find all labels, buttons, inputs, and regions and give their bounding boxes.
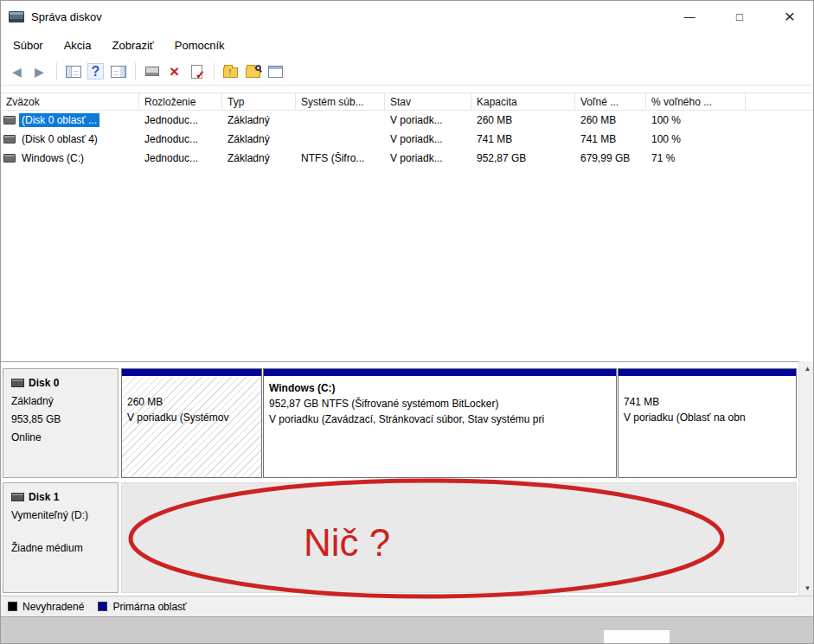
- disk0-label-panel[interactable]: Disk 0 Základný 953,85 GB Online: [3, 368, 119, 478]
- titlebar: Správa diskov — □ ×: [1, 1, 814, 32]
- app-icon: [9, 11, 24, 22]
- menu-help[interactable]: Pomocník: [164, 35, 235, 56]
- partition-status: V poriadku (Zavádzací, Stránkovací súbor…: [269, 411, 611, 427]
- cell-filesystem: NTFS (Šifro...: [296, 152, 385, 164]
- folder-up-icon[interactable]: ↑: [220, 61, 241, 81]
- partition-color-bar: [122, 369, 261, 377]
- forward-icon[interactable]: ▶: [29, 61, 50, 81]
- table-row[interactable]: (Disk 0 oblasť ... Jednoduc... Základný …: [1, 111, 814, 130]
- disk-management-window: Správa diskov — □ × Súbor Akcia Zobraziť…: [0, 0, 814, 644]
- cell-free: 741 MB: [575, 133, 646, 145]
- scroll-down-icon[interactable]: ▼: [799, 581, 814, 596]
- cell-free: 260 MB: [575, 114, 646, 126]
- volume-icon: [3, 135, 16, 143]
- minimize-button[interactable]: —: [664, 1, 715, 32]
- column-header-capacity[interactable]: Kapacita: [471, 93, 575, 110]
- disk0-row: Disk 0 Základný 953,85 GB Online 260 MB …: [3, 368, 797, 478]
- details-view-icon[interactable]: [265, 61, 286, 81]
- cell-status: V poriadk...: [385, 152, 471, 164]
- legend-bar: Nevyhradené Primárna oblasť: [1, 596, 814, 616]
- scroll-up-icon[interactable]: ▲: [799, 361, 814, 376]
- column-header-filler: [746, 93, 814, 110]
- volume-icon: [3, 154, 16, 163]
- cell-free-pct: 100 %: [646, 133, 746, 145]
- disk1-row: Disk 1 Vymeniteľný (D:) Žiadne médium: [3, 482, 797, 593]
- delete-icon[interactable]: ×: [163, 61, 185, 81]
- cell-type: Základný: [222, 133, 296, 145]
- volume-name: (Disk 0 oblasť ...: [19, 113, 99, 127]
- disk0-status: Online: [11, 431, 118, 443]
- column-header-layout[interactable]: Rozloženie: [139, 93, 222, 110]
- partition-size: 260 MB: [127, 394, 256, 410]
- cell-capacity: 952,87 GB: [471, 152, 575, 164]
- console-tree-icon[interactable]: [62, 61, 84, 81]
- partition-status: V poriadku (Systémov: [127, 410, 256, 425]
- menubar: Súbor Akcia Zobraziť Pomocník: [1, 32, 814, 58]
- legend-swatch-primary: [98, 602, 107, 611]
- partition-name: Windows (C:): [269, 380, 611, 396]
- menu-action[interactable]: Akcia: [54, 35, 102, 56]
- help-icon[interactable]: ?: [85, 61, 106, 81]
- partition-size: 952,87 GB NTFS (Šifrované systémom BitLo…: [269, 396, 611, 411]
- partition-color-bar: [619, 369, 796, 377]
- vertical-scrollbar[interactable]: ▲ ▼: [798, 361, 814, 596]
- toolbar-separator: [56, 63, 57, 80]
- volume-icon: [3, 116, 16, 124]
- cell-free-pct: 100 %: [646, 114, 746, 126]
- cell-layout: Jednoduc...: [139, 152, 222, 164]
- cell-capacity: 260 MB: [471, 114, 575, 126]
- disk0-size: 953,85 GB: [11, 413, 118, 425]
- cell-type: Základný: [222, 152, 296, 164]
- disk-icon: [11, 379, 24, 387]
- legend-label-primary: Primárna oblasť: [112, 601, 186, 613]
- volume-name: (Disk 0 oblasť 4): [19, 132, 100, 146]
- partition-color-bar: [264, 369, 616, 377]
- bottom-strip: [1, 616, 814, 644]
- disk-graphical-view: Disk 0 Základný 953,85 GB Online 260 MB …: [1, 361, 798, 596]
- back-icon[interactable]: ◀: [6, 61, 28, 81]
- volume-list-header: Zväzok Rozloženie Typ Systém súb... Stav…: [1, 92, 814, 111]
- column-header-volume[interactable]: Zväzok: [1, 93, 139, 110]
- table-row[interactable]: Windows (C:) Jednoduc... Základný NTFS (…: [1, 149, 814, 168]
- column-header-type[interactable]: Typ: [222, 93, 296, 110]
- partition-system[interactable]: 260 MB V poriadku (Systémov: [121, 368, 262, 478]
- column-header-free[interactable]: Voľné ...: [575, 93, 646, 110]
- cell-type: Základný: [222, 114, 296, 126]
- maximize-button[interactable]: □: [715, 1, 765, 32]
- column-header-filesystem[interactable]: Systém súb...: [296, 93, 385, 110]
- disk1-no-media-area[interactable]: [121, 482, 797, 593]
- close-button[interactable]: ×: [765, 1, 814, 32]
- device-icon[interactable]: [141, 61, 163, 81]
- cell-layout: Jednoduc...: [139, 114, 222, 126]
- partition-status: V poriadku (Oblasť na obn: [624, 410, 791, 425]
- partition-size: 741 MB: [624, 394, 791, 410]
- toolbar-separator: [135, 63, 136, 80]
- action-pane-icon[interactable]: [107, 61, 129, 81]
- disk0-type: Základný: [11, 395, 118, 407]
- menu-file[interactable]: Súbor: [3, 35, 54, 56]
- disk1-label-panel[interactable]: Disk 1 Vymeniteľný (D:) Žiadne médium: [3, 482, 119, 593]
- cell-free: 679,99 GB: [575, 152, 646, 164]
- partition-recovery[interactable]: 741 MB V poriadku (Oblasť na obn: [618, 368, 797, 478]
- volume-list: Zväzok Rozloženie Typ Systém súb... Stav…: [1, 92, 814, 168]
- disk1-name: Disk 1: [29, 491, 59, 503]
- menu-view[interactable]: Zobraziť: [102, 35, 164, 56]
- volume-name: Windows (C:): [19, 151, 87, 165]
- folder-search-icon[interactable]: [242, 61, 264, 81]
- check-document-icon[interactable]: ✓: [186, 61, 208, 81]
- cell-capacity: 741 MB: [471, 133, 575, 145]
- disk0-name: Disk 0: [29, 377, 59, 389]
- disk1-status: Žiadne médium: [11, 542, 118, 554]
- column-header-status[interactable]: Stav: [385, 93, 471, 110]
- column-header-free-pct[interactable]: % voľného ...: [646, 93, 746, 110]
- bottom-strip-highlight: [604, 630, 670, 644]
- cell-status: V poriadk...: [385, 114, 471, 126]
- table-row[interactable]: (Disk 0 oblasť 4) Jednoduc... Základný V…: [1, 130, 814, 149]
- disk-icon: [11, 493, 24, 501]
- legend-label-unallocated: Nevyhradené: [22, 601, 84, 613]
- cell-free-pct: 71 %: [646, 152, 746, 164]
- disk1-type: Vymeniteľný (D:): [11, 509, 118, 521]
- window-title: Správa diskov: [31, 10, 102, 23]
- toolbar-separator: [214, 63, 215, 80]
- partition-windows-c[interactable]: Windows (C:) 952,87 GB NTFS (Šifrované s…: [263, 368, 617, 478]
